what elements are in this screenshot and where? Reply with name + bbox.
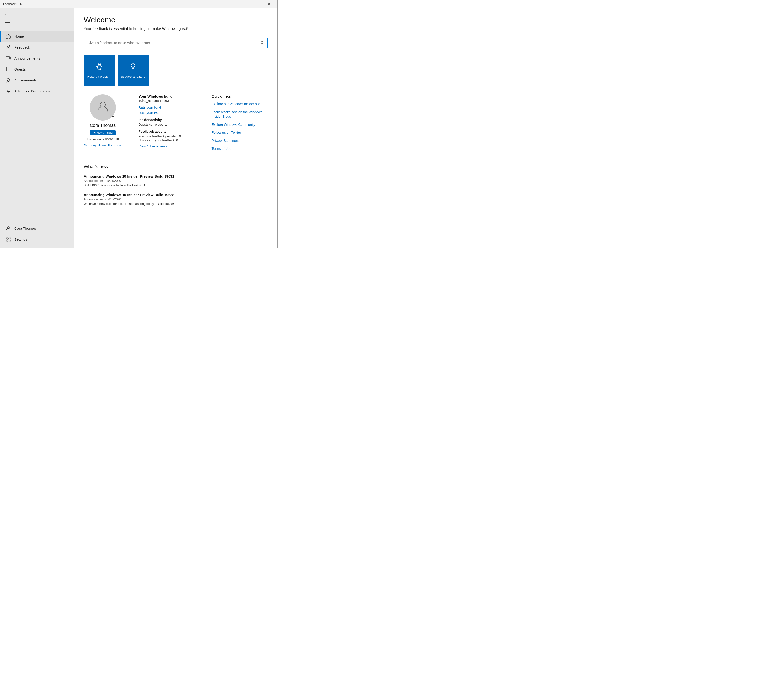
nav-items: Home Feedback bbox=[0, 31, 74, 220]
maximize-button[interactable]: ☐ bbox=[252, 0, 263, 8]
avatar-plus-icon: + bbox=[112, 114, 114, 119]
news-item-title-0: Announcing Windows 10 Insider Preview Bu… bbox=[84, 174, 268, 178]
news-item-1: Announcing Windows 10 Insider Preview Bu… bbox=[84, 193, 268, 206]
svg-point-6 bbox=[8, 239, 9, 240]
sidebar-item-label: Home bbox=[14, 34, 24, 38]
view-achievements-link[interactable]: View Achievements bbox=[139, 145, 195, 148]
quick-link-privacy[interactable]: Privacy Statement bbox=[212, 139, 268, 143]
quests-completed: Quests completed: 1 bbox=[139, 123, 195, 126]
lightbulb-icon bbox=[128, 62, 138, 72]
window-controls: — ☐ ✕ bbox=[241, 0, 274, 8]
quick-links-title: Quick links bbox=[212, 94, 268, 98]
build-label: Your Windows build bbox=[139, 94, 195, 98]
sidebar-item-announcements[interactable]: Announcements bbox=[0, 53, 74, 64]
suggest-feature-card[interactable]: Suggest a feature bbox=[118, 55, 148, 86]
svg-point-18 bbox=[131, 64, 135, 68]
bug-icon bbox=[95, 62, 104, 72]
upvotes: Upvotes on your feedback: 0 bbox=[139, 139, 195, 142]
avatar: + bbox=[90, 94, 116, 121]
svg-point-5 bbox=[7, 227, 9, 228]
feedback-icon bbox=[6, 44, 11, 50]
sidebar-item-label: Cora Thomas bbox=[14, 226, 36, 230]
sidebar-item-settings[interactable]: Settings bbox=[0, 234, 74, 245]
insider-since: Insider since 8/23/2018 bbox=[87, 137, 119, 141]
report-problem-card[interactable]: Report a problem bbox=[84, 55, 115, 86]
rate-build-link[interactable]: Rate your build bbox=[139, 105, 195, 109]
hamburger-line bbox=[5, 25, 10, 25]
minimize-button[interactable]: — bbox=[241, 0, 252, 8]
svg-point-16 bbox=[98, 64, 99, 65]
sidebar-bottom: Cora Thomas Settings bbox=[0, 220, 74, 247]
insider-badge: Windows Insider bbox=[90, 130, 116, 135]
whats-new-title: What's new bbox=[84, 164, 268, 169]
quick-link-twitter[interactable]: Follow us on Twitter bbox=[212, 130, 268, 135]
titlebar: Feedback Hub — ☐ ✕ bbox=[0, 0, 277, 8]
sidebar-item-label: Settings bbox=[14, 237, 27, 241]
report-problem-label: Report a problem bbox=[87, 75, 111, 79]
hamburger-line bbox=[5, 24, 10, 24]
announcements-icon bbox=[6, 55, 11, 61]
build-value: 19h1_release 18363 bbox=[139, 99, 195, 103]
page-title: Welcome bbox=[84, 16, 268, 24]
quick-link-learn-new[interactable]: Learn what's new on the Windows Insider … bbox=[212, 110, 268, 119]
sidebar-top: ← bbox=[0, 8, 74, 31]
sidebar-item-advanced-diagnostics[interactable]: Advanced Diagnostics bbox=[0, 85, 74, 96]
quick-link-terms[interactable]: Terms of Use bbox=[212, 146, 268, 151]
home-icon bbox=[6, 34, 11, 39]
sidebar-item-quests[interactable]: Quests bbox=[0, 64, 74, 75]
sidebar-item-achievements[interactable]: Achievements bbox=[0, 75, 74, 85]
action-cards: Report a problem Suggest a feature bbox=[84, 55, 268, 86]
news-item-meta-0: Announcement - 5/21/2020 bbox=[84, 179, 268, 183]
quests-icon bbox=[6, 66, 11, 72]
profile-left: + Cora Thomas Windows Insider Insider si… bbox=[84, 94, 131, 147]
main-content: Welcome Your feedback is essential to he… bbox=[74, 8, 277, 247]
svg-rect-2 bbox=[6, 57, 9, 59]
ms-account-link[interactable]: Go to my Microsoft account bbox=[84, 143, 121, 147]
svg-point-17 bbox=[100, 64, 101, 65]
profile-name: Cora Thomas bbox=[90, 123, 116, 128]
news-item-title-1: Announcing Windows 10 Insider Preview Bu… bbox=[84, 193, 268, 197]
news-item-desc-0: Build 19631 is now available in the Fast… bbox=[84, 183, 268, 187]
hamburger-line bbox=[5, 22, 10, 23]
svg-line-14 bbox=[98, 69, 98, 70]
svg-line-15 bbox=[100, 69, 101, 70]
sidebar-item-label: Achievements bbox=[14, 78, 37, 82]
sidebar-item-label: Feedback bbox=[14, 45, 30, 49]
hamburger-menu[interactable] bbox=[4, 21, 12, 27]
profile-section: + Cora Thomas Windows Insider Insider si… bbox=[84, 94, 268, 154]
svg-point-1 bbox=[9, 45, 10, 46]
quick-link-explore-insider[interactable]: Explore our Windows Insider site bbox=[212, 102, 268, 107]
sidebar: ← Home bbox=[0, 8, 74, 247]
user-icon bbox=[6, 226, 11, 231]
sidebar-item-label: Announcements bbox=[14, 56, 40, 60]
rate-pc-link[interactable]: Rate your PC bbox=[139, 111, 195, 115]
achievements-icon bbox=[6, 77, 11, 83]
windows-feedback: Windows feedback provided: 0 bbox=[139, 134, 195, 138]
diagnostics-icon bbox=[6, 88, 11, 94]
sidebar-item-home[interactable]: Home bbox=[0, 31, 74, 42]
search-bar bbox=[84, 38, 268, 48]
profile-middle: Your Windows build 19h1_release 18363 Ra… bbox=[131, 94, 202, 150]
sidebar-item-label: Advanced Diagnostics bbox=[14, 89, 50, 93]
svg-rect-9 bbox=[97, 65, 101, 69]
search-button[interactable] bbox=[258, 38, 267, 48]
sidebar-item-label: Quests bbox=[14, 67, 26, 71]
feedback-activity-label: Feedback activity bbox=[139, 130, 195, 134]
svg-point-7 bbox=[261, 41, 263, 44]
app-title: Feedback Hub bbox=[3, 2, 22, 6]
news-item-desc-1: We have a new build for folks in the Fas… bbox=[84, 202, 268, 206]
back-button[interactable]: ← bbox=[4, 11, 12, 18]
svg-line-8 bbox=[263, 44, 264, 44]
search-input[interactable] bbox=[84, 39, 258, 47]
news-item-0: Announcing Windows 10 Insider Preview Bu… bbox=[84, 174, 268, 187]
suggest-feature-label: Suggest a feature bbox=[121, 75, 145, 79]
quick-link-community[interactable]: Explore Windows Community bbox=[212, 123, 268, 127]
svg-point-4 bbox=[7, 79, 9, 81]
insider-activity-label: Insider activity bbox=[139, 118, 195, 122]
news-item-meta-1: Announcement - 5/13/2020 bbox=[84, 198, 268, 201]
profile-right: Quick links Explore our Windows Insider … bbox=[202, 94, 268, 154]
sidebar-item-feedback[interactable]: Feedback bbox=[0, 42, 74, 53]
close-button[interactable]: ✕ bbox=[263, 0, 274, 8]
sidebar-item-user[interactable]: Cora Thomas bbox=[0, 223, 74, 234]
avatar-icon bbox=[96, 100, 109, 115]
